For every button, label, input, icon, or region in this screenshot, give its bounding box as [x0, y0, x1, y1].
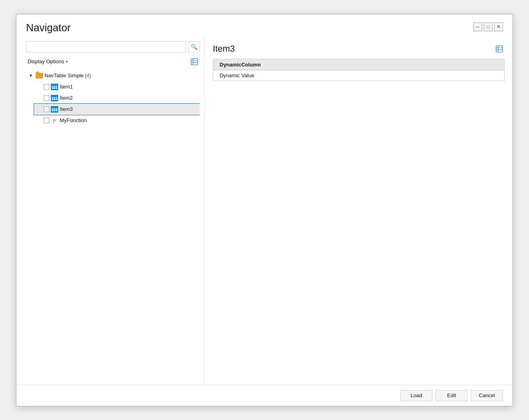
content-area: 🔍 Display Options ▾ [16, 37, 513, 385]
minimize-button[interactable]: ─ [473, 22, 482, 31]
search-icon: 🔍 [191, 44, 198, 50]
svg-rect-4 [191, 58, 193, 60]
checkbox-item1[interactable] [44, 84, 49, 90]
cancel-button[interactable]: Cancel [471, 390, 503, 401]
close-button[interactable]: ✕ [494, 22, 503, 31]
tree: NavTable Simple [4] [26, 70, 200, 381]
checkbox-myfunction[interactable] [44, 118, 49, 123]
table-row: Dynamic Value [213, 70, 505, 80]
maximize-button[interactable]: □ [484, 22, 493, 31]
edit-button[interactable]: Edit [436, 390, 468, 401]
item1-label: Item1 [60, 84, 73, 90]
myfunction-label: MyFunction [60, 117, 87, 123]
table-icon-item2 [51, 95, 58, 101]
load-button[interactable]: Load [400, 390, 432, 401]
preview-table-cell: Dynamic Value [213, 70, 505, 80]
table-view-icon [191, 58, 198, 65]
tree-root-node: NavTable Simple [4] [26, 70, 200, 126]
navigator-window: Navigator ─ □ ✕ 🔍 [16, 14, 513, 406]
svg-rect-9 [496, 46, 498, 48]
folder-icon [36, 73, 43, 78]
close-icon: ✕ [497, 24, 501, 30]
tree-root-row[interactable]: NavTable Simple [4] [26, 70, 200, 81]
tree-row-myfunction[interactable]: fx MyFunction [34, 115, 200, 126]
table-icon-item1 [51, 84, 58, 90]
preview-title: Item3 [213, 44, 235, 54]
right-panel: Item3 DynamicColumn [205, 37, 513, 385]
expand-icon [28, 73, 34, 78]
footer: Load Edit Cancel [16, 385, 513, 406]
left-panel: 🔍 Display Options ▾ [16, 37, 205, 385]
search-row: 🔍 [26, 41, 200, 52]
chevron-down-icon: ▾ [66, 59, 68, 64]
title-bar: Navigator ─ □ ✕ [16, 14, 513, 37]
checkbox-item2[interactable] [44, 95, 49, 101]
tree-node-item2: Item2 [34, 92, 200, 104]
item2-label: Item2 [60, 95, 73, 101]
table-icon-item3 [51, 106, 58, 113]
view-toggle-button[interactable] [189, 56, 200, 67]
item3-label: Item3 [60, 106, 73, 112]
preview-header: Item3 [213, 44, 505, 54]
search-input[interactable] [26, 41, 186, 52]
tree-node-myfunction: fx MyFunction [34, 115, 200, 126]
preview-table-header: DynamicColumn [213, 59, 505, 70]
tree-row-item1[interactable]: Item1 [34, 81, 200, 92]
display-options-label: Display Options [28, 58, 64, 64]
preview-view-button[interactable] [494, 44, 505, 54]
preview-table-icon [496, 45, 503, 52]
tree-node-item1: Item1 [34, 81, 200, 92]
root-label: NavTable Simple [4] [44, 72, 91, 78]
tree-row-item2[interactable]: Item2 [34, 92, 200, 104]
window-title: Navigator [26, 22, 71, 34]
tree-node-item3: Item3 [34, 104, 200, 115]
tree-row-item3[interactable]: Item3 [34, 104, 200, 115]
tree-children: Item1 [26, 81, 200, 126]
function-icon-myfunction: fx [51, 117, 58, 124]
options-row: Display Options ▾ [26, 56, 200, 67]
checkbox-item3[interactable] [44, 107, 49, 112]
preview-table: DynamicColumn Dynamic Value [213, 59, 505, 81]
display-options-button[interactable]: Display Options ▾ [26, 58, 69, 65]
minimize-icon: ─ [476, 24, 480, 30]
maximize-icon: □ [487, 24, 489, 30]
window-controls: ─ □ ✕ [473, 22, 503, 31]
search-button[interactable]: 🔍 [188, 41, 200, 52]
